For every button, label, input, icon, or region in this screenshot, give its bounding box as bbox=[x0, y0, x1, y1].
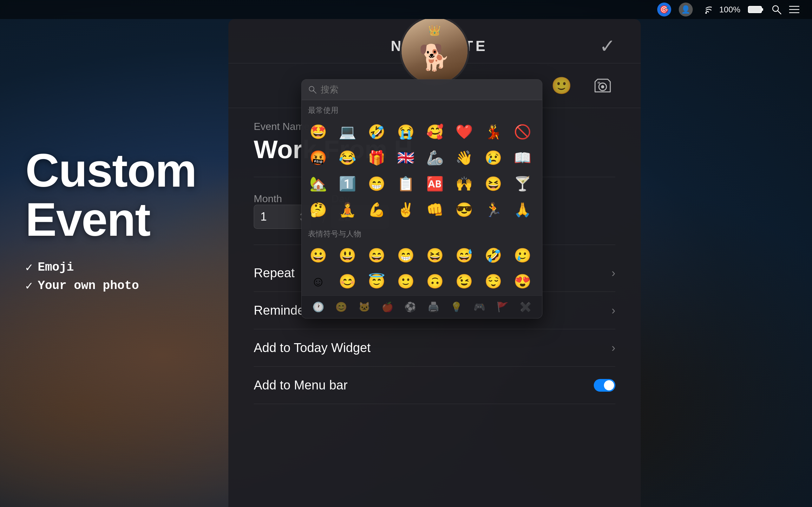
svg-point-0 bbox=[705, 12, 707, 14]
menubar-app-icon[interactable]: 🎯 bbox=[657, 3, 671, 16]
emoji-cell[interactable]: 🤬 bbox=[305, 145, 331, 170]
menubar: 🎯 👤 100% bbox=[0, 0, 812, 19]
menubar-battery-icon bbox=[748, 5, 764, 14]
feature-photo: ✓ Your own photo bbox=[26, 279, 196, 293]
emoji-cell[interactable]: 🏡 bbox=[305, 171, 331, 196]
svg-rect-1 bbox=[748, 6, 762, 13]
emoji-cell[interactable]: 😎 bbox=[451, 197, 477, 222]
emoji-tab-9[interactable]: ✖️ bbox=[518, 299, 533, 314]
emoji-cell[interactable]: 💃 bbox=[480, 119, 506, 145]
add-menubar-row: Add to Menu bar bbox=[254, 367, 615, 404]
emoji-cell[interactable]: 😌 bbox=[480, 269, 506, 294]
emoji-cell[interactable]: 😢 bbox=[480, 145, 506, 170]
menubar-wifi-icon bbox=[700, 5, 712, 14]
emoji-tab-6[interactable]: 💡 bbox=[449, 299, 464, 314]
main-title: Custom Event bbox=[26, 146, 196, 244]
emoji-cell[interactable]: 🇬🇧 bbox=[393, 145, 418, 170]
check-photo-icon: ✓ bbox=[26, 279, 33, 293]
emoji-cell[interactable]: 😅 bbox=[451, 243, 477, 268]
emoji-faces-grid: 😀😃😄😁😆😅🤣🥲☺️😊😇🙂🙃😉😌😍 bbox=[302, 241, 542, 295]
menubar-toggle[interactable] bbox=[594, 379, 615, 392]
emoji-tab-1[interactable]: 😊 bbox=[334, 299, 349, 314]
avatar[interactable]: 🐕 👑 bbox=[400, 19, 469, 86]
svg-rect-2 bbox=[762, 8, 763, 11]
emoji-cell[interactable]: 💻 bbox=[335, 119, 360, 145]
emoji-cell[interactable]: 🙂 bbox=[393, 269, 418, 294]
reminder-arrow[interactable]: › bbox=[612, 304, 615, 317]
emoji-cell[interactable]: 1️⃣ bbox=[335, 171, 360, 196]
emoji-cell[interactable]: 😍 bbox=[510, 269, 535, 294]
emoji-cell[interactable]: 🏃 bbox=[480, 197, 506, 222]
emoji-cell[interactable]: 📋 bbox=[393, 171, 418, 196]
menubar-search-icon[interactable] bbox=[771, 4, 781, 14]
menubar-menu-icon[interactable] bbox=[789, 5, 799, 14]
emoji-cell[interactable]: 😇 bbox=[364, 269, 389, 294]
emoji-cell[interactable]: 😄 bbox=[364, 243, 389, 268]
repeat-arrow[interactable]: › bbox=[612, 267, 615, 280]
add-menubar-label: Add to Menu bar bbox=[254, 378, 348, 392]
emoji-tab-4[interactable]: ⚽ bbox=[403, 299, 418, 314]
camera-button[interactable] bbox=[590, 73, 615, 98]
emoji-cell[interactable]: 😀 bbox=[305, 243, 331, 268]
menubar-user-icon[interactable]: 👤 bbox=[679, 3, 693, 16]
emoji-search-bar[interactable] bbox=[302, 79, 542, 100]
emoji-cell[interactable]: 👊 bbox=[422, 197, 448, 222]
svg-rect-10 bbox=[598, 82, 600, 83]
emoji-cell[interactable]: 😭 bbox=[393, 119, 418, 145]
emoji-cell[interactable]: 🥰 bbox=[422, 119, 448, 145]
emoji-cell[interactable]: 🦾 bbox=[422, 145, 448, 170]
emoji-cell[interactable]: ☺️ bbox=[305, 269, 331, 294]
emoji-cell[interactable]: 😂 bbox=[335, 145, 360, 170]
emoji-cell[interactable]: 😉 bbox=[451, 269, 477, 294]
emoji-cell[interactable]: ❤️ bbox=[451, 119, 477, 145]
emoji-tab-8[interactable]: 🚩 bbox=[495, 299, 510, 314]
add-widget-row: Add to Today Widget › bbox=[254, 329, 615, 367]
emoji-cell[interactable]: 🍸 bbox=[510, 171, 535, 196]
add-widget-arrow[interactable]: › bbox=[612, 341, 615, 354]
emoji-cell[interactable]: 💪 bbox=[364, 197, 389, 222]
emoji-cell[interactable]: 😁 bbox=[393, 243, 418, 268]
emoji-cell[interactable]: 🤔 bbox=[305, 197, 331, 222]
features-list: ✓ Emoji ✓ Your own photo bbox=[26, 260, 196, 293]
emoji-tab-5[interactable]: 🖨️ bbox=[426, 299, 441, 314]
emoji-cell[interactable]: 😃 bbox=[335, 243, 360, 268]
confirm-button[interactable]: ✓ bbox=[600, 35, 615, 57]
check-emoji-icon: ✓ bbox=[26, 260, 33, 275]
emoji-cell[interactable]: 🙏 bbox=[510, 197, 535, 222]
emoji-tab-3[interactable]: 🍎 bbox=[380, 299, 395, 314]
emoji-tab-2[interactable]: 🐱 bbox=[357, 299, 372, 314]
emoji-cell[interactable]: 🤣 bbox=[364, 119, 389, 145]
emoji-cell[interactable]: 🙌 bbox=[451, 171, 477, 196]
emoji-cell[interactable]: 😆 bbox=[480, 171, 506, 196]
emoji-search-input[interactable] bbox=[321, 84, 536, 95]
emoji-cell[interactable]: 😁 bbox=[364, 171, 389, 196]
emoji-cell[interactable]: 😆 bbox=[422, 243, 448, 268]
emoji-tab-0[interactable]: 🕐 bbox=[310, 299, 326, 314]
emoji-cell[interactable]: 🤩 bbox=[305, 119, 331, 145]
emoji-cell[interactable]: 🤣 bbox=[480, 243, 506, 268]
emoji-cell[interactable]: 👋 bbox=[451, 145, 477, 170]
feature-emoji: ✓ Emoji bbox=[26, 260, 196, 275]
emoji-cell[interactable]: 🎁 bbox=[364, 145, 389, 170]
svg-line-4 bbox=[778, 11, 781, 14]
emoji-section-frequent: 最常使用 bbox=[302, 100, 542, 118]
emoji-section-faces: 表情符号与人物 bbox=[302, 224, 542, 241]
picker-arrow bbox=[417, 79, 427, 79]
emoji-picker: 最常使用 🤩💻🤣😭🥰❤️💃🚫🤬😂🎁🇬🇧🦾👋😢📖🏡1️⃣😁📋🆎🙌😆🍸🤔🧘💪✌️👊😎… bbox=[301, 79, 542, 319]
emoji-picker-button[interactable]: 🙂 bbox=[549, 73, 574, 98]
emoji-search-icon bbox=[308, 85, 317, 95]
emoji-cell[interactable]: 🚫 bbox=[510, 119, 535, 145]
emoji-cell[interactable]: 🧘 bbox=[335, 197, 360, 222]
emoji-cell[interactable]: 😊 bbox=[335, 269, 360, 294]
add-widget-label: Add to Today Widget bbox=[254, 341, 370, 355]
emoji-cell[interactable]: ✌️ bbox=[393, 197, 418, 222]
avatar-image: 🐕 👑 bbox=[402, 19, 467, 83]
emoji-tabs: 🕐😊🐱🍎⚽🖨️💡🎮🚩✖️ bbox=[302, 295, 542, 318]
emoji-cell[interactable]: 🆎 bbox=[422, 171, 448, 196]
emoji-cell[interactable]: 🥲 bbox=[510, 243, 535, 268]
emoji-cell[interactable]: 📖 bbox=[510, 145, 535, 170]
emoji-tab-7[interactable]: 🎮 bbox=[472, 299, 487, 314]
left-content: Custom Event ✓ Emoji ✓ Your own photo bbox=[26, 146, 196, 297]
svg-line-12 bbox=[313, 91, 316, 93]
emoji-cell[interactable]: 🙃 bbox=[422, 269, 448, 294]
